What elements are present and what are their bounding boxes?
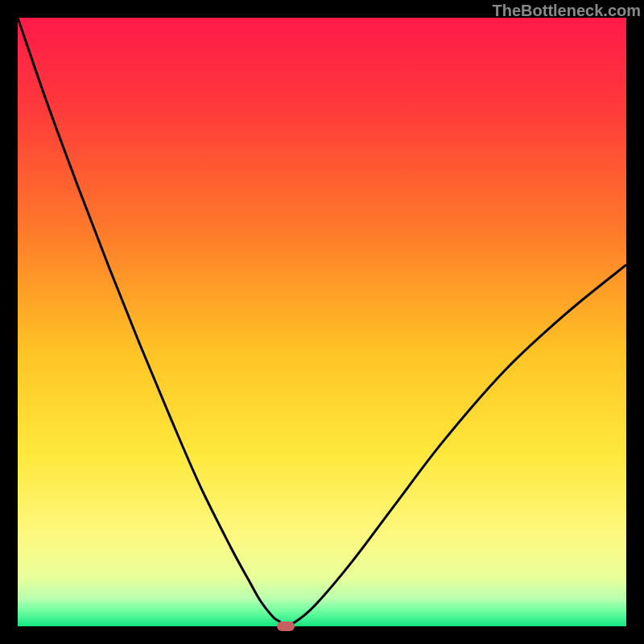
curve-layer xyxy=(18,18,626,626)
watermark-text: TheBottleneck.com xyxy=(493,2,641,20)
bottleneck-curve xyxy=(18,18,626,626)
optimal-marker xyxy=(277,621,295,631)
plot-area xyxy=(18,18,626,626)
chart-container: TheBottleneck.com xyxy=(0,0,644,644)
